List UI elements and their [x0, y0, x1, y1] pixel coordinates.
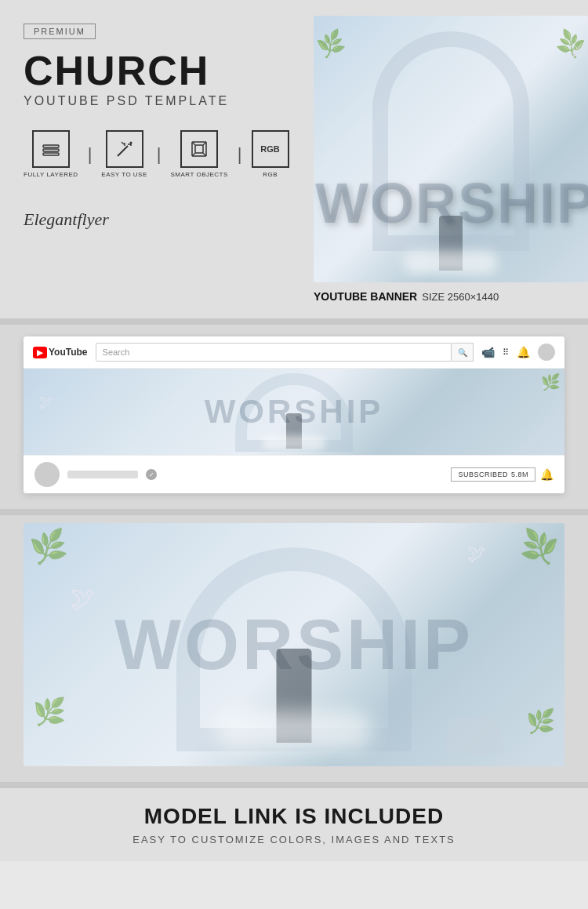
- verified-icon: ✓: [146, 469, 157, 480]
- divider-1: |: [88, 136, 93, 173]
- svg-rect-2: [43, 153, 59, 155]
- youtube-mockup: ▶ YouTube Search 🔍 📹 ⠿ 🔔: [24, 336, 564, 493]
- subscribe-label: SUBSCRIBED: [458, 471, 508, 478]
- large-branch-bottomleft-icon: 🌿: [33, 696, 66, 727]
- youtube-navbar: ▶ YouTube Search 🔍 📹 ⠿ 🔔: [24, 336, 564, 369]
- rgb-label: RGB: [263, 171, 278, 178]
- left-panel: PREMIUM CHURCH YOUTUBE PSD TEMPLATE FULL…: [24, 16, 314, 303]
- worship-text-overlay: WORSHIP: [315, 171, 588, 235]
- large-branch-topleft-icon: 🌿: [27, 526, 70, 566]
- large-banner-section: 🌿 🌿 🌿 🌿 🕊 🕊 WORSHIP: [0, 515, 588, 782]
- large-dove-right-icon: 🕊: [467, 543, 486, 565]
- premium-badge: PREMIUM: [24, 24, 96, 39]
- nav-icons: 📹 ⠿ 🔔: [481, 344, 555, 361]
- smart-icon: [180, 130, 218, 168]
- model-link-subtitle: EASY TO CUSTOMIZE COLORS, IMAGES AND TEX…: [24, 834, 564, 845]
- layers-icon: [32, 130, 70, 168]
- bottom-text-section: MODEL LINK IS INCLUDED EASY TO CUSTOMIZE…: [0, 788, 588, 861]
- top-section: PREMIUM CHURCH YOUTUBE PSD TEMPLATE FULL…: [0, 0, 588, 318]
- youtube-logo-icon: ▶: [33, 347, 47, 358]
- yt-cloud: [263, 435, 325, 451]
- divider-2: |: [157, 136, 162, 173]
- svg-point-8: [129, 142, 132, 144]
- youtube-banner-label: YOUTUBE BANNER: [314, 290, 417, 303]
- wand-icon: [106, 130, 143, 168]
- user-avatar[interactable]: [538, 344, 555, 361]
- channel-avatar: [34, 462, 60, 487]
- svg-rect-1: [43, 145, 59, 147]
- large-banner-image: 🌿 🌿 🌿 🌿 🕊 🕊 WORSHIP: [24, 523, 564, 766]
- search-wrapper: Search 🔍: [96, 343, 474, 362]
- section-gap-2: [0, 509, 588, 515]
- features-row: FULLY LAYERED | EASY TO USE |: [24, 130, 314, 178]
- layers-label: FULLY LAYERED: [24, 171, 78, 178]
- yt-branch-right-icon: 🌿: [541, 373, 561, 391]
- banner-label-row: YOUTUBE BANNER SIZE 2560×1440: [314, 290, 588, 303]
- channel-name-bar: [67, 471, 138, 478]
- youtube-logo-text: YouTube: [49, 347, 88, 358]
- page-title: CHURCH: [24, 50, 314, 91]
- feature-rgb: RGB RGB: [252, 130, 289, 178]
- feature-layers: FULLY LAYERED: [24, 130, 78, 178]
- svg-line-7: [122, 142, 124, 144]
- youtube-section: ▶ YouTube Search 🔍 📹 ⠿ 🔔: [0, 325, 588, 509]
- dove-right-icon: 🕊: [570, 42, 584, 59]
- youtube-channel-banner: 🕊 🕊 🌿 WORSHIP: [24, 369, 564, 455]
- easy-label: EASY TO USE: [101, 171, 147, 178]
- subscribe-button[interactable]: SUBSCRIBED 5.8M: [451, 467, 535, 482]
- channel-bell-icon[interactable]: 🔔: [540, 468, 554, 481]
- search-placeholder: Search: [103, 347, 130, 357]
- right-panel: 🌿 🌿 🕊 WORSHIP YOUTUBE BANNER SIZE 2560×1…: [314, 16, 588, 303]
- brand-logo: Elegantflyer: [24, 209, 314, 230]
- smart-label: SMART OBJECTS: [171, 171, 228, 178]
- branch-left-icon: 🌿: [314, 27, 348, 61]
- rgb-icon: RGB: [252, 130, 289, 168]
- section-gap-3: [0, 782, 588, 788]
- search-bar[interactable]: Search: [96, 343, 452, 362]
- yt-dove-left-icon: 🕊: [39, 395, 53, 411]
- svg-rect-10: [195, 145, 203, 153]
- svg-line-3: [118, 146, 128, 156]
- svg-rect-0: [43, 149, 59, 151]
- feature-easy: EASY TO USE: [101, 130, 147, 178]
- bell-nav-icon[interactable]: 🔔: [517, 346, 530, 358]
- large-branch-bottomright-icon: 🌿: [526, 707, 555, 735]
- banner-preview: 🌿 🌿 🕊 WORSHIP: [314, 16, 588, 282]
- feature-smart: SMART OBJECTS: [171, 130, 228, 178]
- large-cloud: [216, 711, 372, 751]
- model-link-title: MODEL LINK IS INCLUDED: [24, 804, 564, 829]
- subscriber-count: 5.8M: [511, 471, 528, 478]
- cloud-decoration: [404, 251, 498, 275]
- large-dove-left-icon: 🕊: [71, 584, 96, 613]
- video-icon[interactable]: 📹: [481, 346, 495, 358]
- large-branch-topright-icon: 🌿: [519, 526, 561, 566]
- search-button[interactable]: 🔍: [452, 343, 474, 362]
- subtitle: YOUTUBE PSD TEMPLATE: [24, 94, 314, 108]
- subscribe-section: SUBSCRIBED 5.8M 🔔: [451, 467, 554, 482]
- banner-size: SIZE 2560×1440: [422, 291, 499, 303]
- youtube-logo: ▶ YouTube: [33, 347, 88, 358]
- divider-3: |: [238, 136, 242, 173]
- grid-icon[interactable]: ⠿: [503, 347, 509, 358]
- search-icon: 🔍: [458, 348, 467, 357]
- section-gap-1: [0, 318, 588, 325]
- youtube-profile-bar: ✓ SUBSCRIBED 5.8M 🔔: [24, 455, 564, 493]
- bible-book: [445, 718, 505, 754]
